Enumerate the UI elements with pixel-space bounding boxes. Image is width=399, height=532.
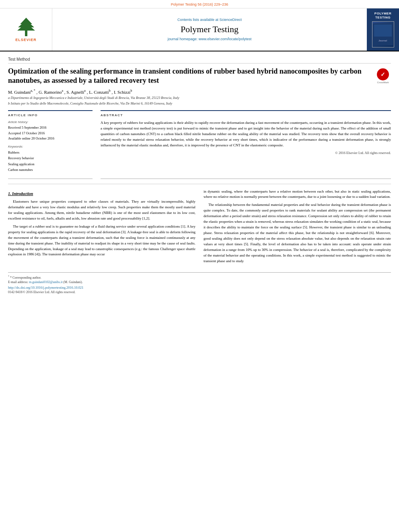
corresponding-note: * * Corresponding author.: [8, 275, 391, 279]
section-divider: [8, 184, 391, 184]
history-subsection: Article history: Received 5 September 20…: [8, 120, 93, 142]
body-col2-para-2: The relationship between the fundamental…: [204, 202, 391, 264]
abstract-title: ABSTRACT: [101, 113, 391, 117]
email-note: E-mail address: m.guindani0102@unibs.it …: [8, 280, 391, 284]
abstract-text: A key property of rubbers for sealing ap…: [101, 120, 391, 148]
badge-thumbnail: Journal: [372, 21, 394, 47]
polymer-testing-badge: POLYMERTESTING Journal: [372, 12, 394, 47]
kw-4: Carbon nanotubes: [8, 167, 93, 173]
keywords-subsection: Keywords: Rubbers Recovery behavior Seal…: [8, 145, 93, 173]
journal-title: Polymer Testing: [181, 24, 239, 35]
doi-link[interactable]: http://dx.doi.org/10.1016/j.polymertesti…: [8, 286, 391, 290]
kw-2: Recovery behavior: [8, 155, 93, 161]
crossmark-label: CrossMark: [377, 81, 389, 84]
author-2-sup: a: [62, 89, 64, 92]
received-date: Received 5 September 2016 Accepted 17 Oc…: [8, 125, 93, 142]
footer-section: * * Corresponding author. E-mail address…: [8, 272, 391, 294]
author-3-sup: a: [84, 89, 86, 92]
svg-rect-5: [374, 25, 392, 37]
email-label: E-mail address:: [8, 280, 29, 284]
keywords-label: Keywords:: [8, 145, 93, 148]
body-columns: 1. Introduction Elastomers have unique p…: [8, 189, 391, 267]
top-bar: Polymer Testing 56 (2016) 229–236: [0, 0, 399, 8]
body-col-left: 1. Introduction Elastomers have unique p…: [8, 189, 195, 267]
elsevier-logo: ELSEVIER: [6, 17, 46, 42]
publisher-logo-section: ELSEVIER: [0, 8, 52, 51]
abstract-section: ABSTRACT A key property of rubbers for s…: [101, 110, 391, 179]
kw-3: Sealing application: [8, 161, 93, 167]
author-5: , I. Schizzi: [111, 89, 130, 94]
homepage-url[interactable]: www.elsevier.com/locate/polytest: [199, 37, 252, 41]
journal-citation: Polymer Testing 56 (2016) 229–236: [171, 2, 228, 6]
journal-title-section: Contents lists available at ScienceDirec…: [52, 8, 367, 51]
history-label: Article history:: [8, 120, 93, 124]
body-col-right: in dynamic sealing, where the counterpar…: [204, 189, 391, 267]
author-1: M. Guindani: [8, 89, 31, 94]
article-info: ARTICLE INFO Article history: Received 5…: [8, 110, 93, 179]
intro-section-title: 1. Introduction: [8, 191, 195, 197]
contents-available-line: Contents lists available at ScienceDirec…: [177, 18, 242, 22]
author-2: , G. Ramorino: [37, 89, 62, 94]
affiliation-b: b Istituto per lo Studio delle Macromole…: [8, 101, 391, 106]
elsevier-logo-svg: [6, 17, 46, 38]
affiliation-a: a Dipartimento di Ingegneria Meccanica e…: [8, 96, 391, 101]
author-4: , L. Conzatti: [87, 89, 109, 94]
email-link[interactable]: m.guindani0102@unibs.it: [29, 280, 62, 284]
affiliations: a Dipartimento di Ingegneria Meccanica e…: [8, 96, 391, 106]
title-section: Optimization of the sealing performance …: [8, 67, 391, 86]
metadata-section: ARTICLE INFO Article history: Received 5…: [8, 110, 391, 179]
crossmark-icon[interactable]: ✓: [377, 68, 389, 80]
kw-1: Rubbers: [8, 150, 93, 155]
article-info-title: ARTICLE INFO: [8, 113, 93, 117]
article-section-label: Test Method: [8, 57, 391, 64]
article-title: Optimization of the sealing performance …: [8, 67, 371, 86]
intro-para-2: The target of a rubber seal is to guaran…: [8, 224, 195, 258]
crossmark-section: ✓ CrossMark: [375, 67, 391, 84]
homepage-line: journal homepage: www.elsevier.com/locat…: [168, 37, 252, 41]
copyright-line: © 2016 Elsevier Ltd. All rights reserved…: [101, 151, 391, 155]
author-5-sup: b: [130, 89, 132, 92]
authors-line: M. Guindania, * , G. Ramorinoa , S. Agne…: [8, 89, 391, 94]
article-container: Test Method Optimization of the sealing …: [0, 51, 399, 300]
journal-header: ELSEVIER Contents lists available at Sci…: [0, 8, 399, 51]
author-4-sup: b: [109, 89, 111, 92]
author-3: , S. Agnelli: [64, 89, 84, 94]
keywords-list: Rubbers Recovery behavior Sealing applic…: [8, 150, 93, 173]
elsevier-text: ELSEVIER: [15, 38, 37, 42]
svg-text:Journal: Journal: [378, 39, 387, 42]
sciencedirect-link[interactable]: ScienceDirect: [220, 18, 242, 22]
journal-badge-section: POLYMERTESTING Journal: [367, 8, 399, 51]
author-1-sup: a, *: [31, 89, 35, 92]
intro-para-1: Elastomers have unique properties compar…: [8, 199, 195, 222]
issn-line: 0142-9418/© 2016 Elsevier Ltd. All right…: [8, 290, 391, 294]
body-col2-para-1: in dynamic sealing, where the counterpar…: [204, 189, 391, 200]
